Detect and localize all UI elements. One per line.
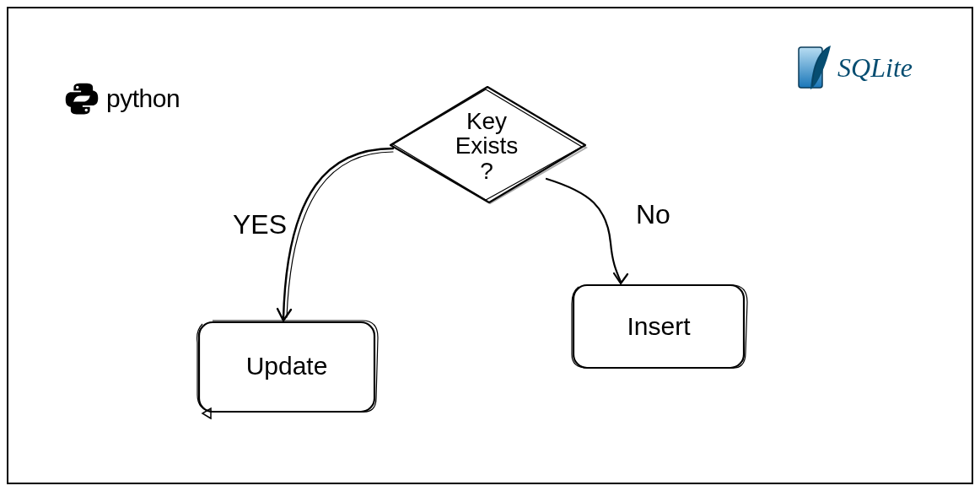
python-logo: python [64, 81, 180, 116]
edge-label-no: No [636, 199, 670, 230]
sqlite-logo: SQLite [797, 44, 913, 91]
sqlite-icon [797, 44, 834, 91]
python-logo-text: python [106, 84, 180, 113]
insert-node: Insert [572, 283, 746, 370]
insert-label: Insert [627, 312, 690, 341]
sqlite-logo-text: SQLite [837, 52, 913, 84]
update-node: Update [197, 319, 376, 413]
edge-label-yes: YES [233, 209, 287, 240]
decision-label: Key Exists ? [455, 109, 519, 183]
python-icon [64, 81, 100, 116]
update-label: Update [246, 352, 328, 380]
decision-line1: Key [455, 109, 519, 133]
decision-node: Key Exists ? [386, 83, 587, 209]
decision-line3: ? [455, 159, 519, 183]
decision-line2: Exists [455, 133, 519, 158]
